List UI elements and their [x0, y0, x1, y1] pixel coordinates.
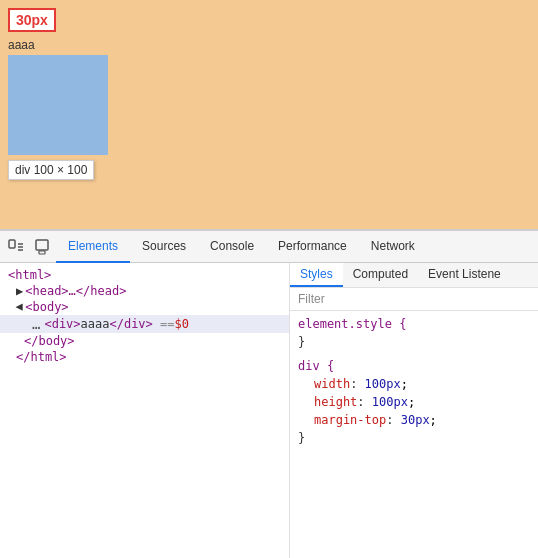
dom-line-html: <html> [0, 267, 289, 283]
styles-panel: Styles Computed Event Listene Filter ele… [290, 263, 538, 558]
devtools-panel: Elements Sources Console Performance Net… [0, 230, 538, 558]
element-tooltip: div 100 × 100 [8, 160, 94, 180]
svg-rect-5 [39, 251, 45, 254]
css-prop-margin-top[interactable]: margin-top: 30px; [298, 411, 530, 429]
subtab-styles[interactable]: Styles [290, 263, 343, 287]
dom-panel: <html> ▶ <head>…</head> ▼ <body> … <div>… [0, 263, 290, 558]
subtab-computed[interactable]: Computed [343, 263, 418, 287]
devtools-content: <html> ▶ <head>…</head> ▼ <body> … <div>… [0, 263, 538, 558]
tab-console[interactable]: Console [198, 231, 266, 263]
dom-line-body-open[interactable]: ▼ <body> [0, 299, 289, 315]
dom-line-head[interactable]: ▶ <head>…</head> [0, 283, 289, 299]
device-icon[interactable] [30, 235, 54, 259]
triangle-body[interactable]: ▼ [13, 303, 27, 310]
devtools-tab-bar: Elements Sources Console Performance Net… [0, 231, 538, 263]
dom-line-div[interactable]: … <div>aaaa</div> == $0 [0, 315, 289, 333]
css-rule-div-close: } [298, 429, 530, 447]
three-dots[interactable]: … [32, 316, 40, 332]
styles-content: element.style { } div { width: 100px; he… [290, 311, 538, 451]
preview-area: 30px aaaa div 100 × 100 [0, 0, 538, 230]
css-prop-height[interactable]: height: 100px; [298, 393, 530, 411]
styles-filter-bar: Filter [290, 288, 538, 311]
dom-line-body-close: </body> [0, 333, 289, 349]
svg-rect-4 [36, 240, 48, 250]
tab-elements[interactable]: Elements [56, 231, 130, 263]
tab-network[interactable]: Network [359, 231, 427, 263]
preview-text: aaaa [8, 38, 35, 52]
css-rule-element-style: element.style { [298, 315, 530, 333]
css-rule-element-style-close: } [298, 333, 530, 351]
triangle-head[interactable]: ▶ [16, 284, 23, 298]
preview-div-box [8, 55, 108, 155]
css-prop-width[interactable]: width: 100px; [298, 375, 530, 393]
dom-line-html-close: </html> [0, 349, 289, 365]
svg-rect-0 [9, 240, 15, 248]
css-rule-div-selector: div { [298, 357, 530, 375]
margin-top-label: 30px [8, 8, 56, 32]
inspect-icon[interactable] [4, 235, 28, 259]
subtab-event-listeners[interactable]: Event Listene [418, 263, 511, 287]
tab-performance[interactable]: Performance [266, 231, 359, 263]
styles-sub-tabs: Styles Computed Event Listene [290, 263, 538, 288]
tab-sources[interactable]: Sources [130, 231, 198, 263]
